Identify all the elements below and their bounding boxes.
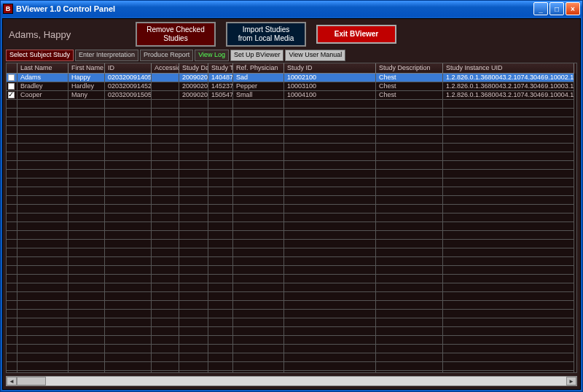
cell-phys: Pepper [233,82,284,91]
scroll-track[interactable] [17,377,566,385]
row-checkbox-cell[interactable] [7,74,17,82]
table-row[interactable] [7,117,576,126]
col-last[interactable]: Last Name [17,63,69,74]
col-check[interactable] [7,63,17,74]
table-row[interactable] [7,240,576,248]
exit-button[interactable]: Exit BViewer [316,25,396,44]
titlebar[interactable]: B BViewer 1.0 Control Panel _ □ × [1,1,582,17]
table-row[interactable] [7,336,576,345]
table-row[interactable] [7,231,576,240]
cell-desc: Chest [376,82,443,91]
cell-desc: Chest [376,74,443,82]
row-checkbox[interactable] [8,83,15,90]
cell-last: Adams [17,74,69,82]
cell-sid: 10004100 [284,91,376,100]
maximize-button[interactable]: □ [549,2,564,15]
table-row[interactable] [7,152,576,161]
tab-enter-interpretation[interactable]: Enter Interpretation [75,50,138,61]
client-area: Adams, Happy Remove Checked Studies Impo… [2,18,581,390]
table-row[interactable] [7,310,576,318]
table-row[interactable]: CooperMany02032009150520090203150547Smal… [7,91,576,100]
table-row[interactable] [7,100,576,109]
cell-acc [152,82,179,91]
grid-header: Last Name First Name ID Accession Study … [7,63,576,74]
horizontal-scrollbar[interactable]: ◄ ► [6,376,577,386]
cell-uid: 1.2.826.0.1.3680043.2.1074.30469.10002.1… [443,74,574,82]
cell-first: Hardley [69,82,105,91]
import-studies-button[interactable]: Import Studies from Local Media [226,22,306,47]
table-row[interactable] [7,144,576,152]
grid-body[interactable]: AdamsHappy02032009140520090203140487Sad1… [7,74,576,372]
col-id[interactable]: ID [105,63,152,74]
table-row[interactable] [7,213,576,222]
table-row[interactable] [7,301,576,310]
table-row[interactable] [7,248,576,257]
cell-date: 20090203 [179,74,208,82]
tab-manual[interactable]: View User Manual [285,50,345,61]
cell-date: 20090203 [179,82,208,91]
tab-row: Select Subject Study Enter Interpretatio… [3,50,580,61]
remove-checked-button[interactable]: Remove Checked Studies [136,22,216,47]
cell-acc [152,91,179,100]
table-row[interactable] [7,196,576,205]
table-row[interactable] [7,327,576,336]
col-desc[interactable]: Study Description [376,63,443,74]
table-row[interactable] [7,222,576,231]
scroll-right-button[interactable]: ► [566,377,576,385]
table-row[interactable] [7,161,576,170]
scroll-left-button[interactable]: ◄ [7,377,17,385]
table-row[interactable] [7,179,576,187]
table-row[interactable] [7,283,576,292]
tab-view-log[interactable]: View Log [195,50,229,61]
table-row[interactable] [7,135,576,144]
row-checkbox[interactable] [8,92,15,98]
col-phys[interactable]: Ref. Physician [233,63,284,74]
top-toolbar: Adams, Happy Remove Checked Studies Impo… [3,19,580,50]
table-row[interactable] [7,257,576,266]
cell-id: 020320091405 [105,74,152,82]
cell-time: 140487 [208,74,233,82]
table-row[interactable] [7,109,576,117]
cell-sid: 10003100 [284,82,376,91]
cell-phys: Sad [233,74,284,82]
close-button[interactable]: × [566,2,580,15]
table-row[interactable] [7,205,576,213]
cell-last: Cooper [17,91,69,100]
row-checkbox-cell[interactable] [7,91,17,100]
table-row[interactable]: AdamsHappy02032009140520090203140487Sad1… [7,74,576,82]
table-row[interactable] [7,371,576,372]
minimize-button[interactable]: _ [533,2,548,15]
col-date[interactable]: Study Date [179,63,208,74]
table-row[interactable]: BradleyHardley02032009145220090203145237… [7,82,576,91]
table-row[interactable] [7,292,576,301]
col-sid[interactable]: Study ID [284,63,376,74]
table-row[interactable] [7,275,576,283]
col-first[interactable]: First Name [69,63,105,74]
row-checkbox[interactable] [8,74,15,81]
cell-uid: 1.2.826.0.1.3680043.2.1074.30469.10003.1… [443,82,574,91]
row-checkbox-cell[interactable] [7,82,17,91]
table-row[interactable] [7,345,576,353]
col-time[interactable]: Study Tim [208,63,233,74]
subject-name: Adams, Happy [9,29,125,40]
cell-time: 150547 [208,91,233,100]
tab-setup[interactable]: Set Up BViewer [230,50,283,61]
table-row[interactable] [7,266,576,275]
cell-date: 20090203 [179,91,208,100]
app-icon: B [3,4,13,14]
table-row[interactable] [7,126,576,135]
tab-produce-report[interactable]: Produce Report [140,50,193,61]
col-uid[interactable]: Study Instance UID [443,63,574,74]
cell-time: 145237 [208,82,233,91]
table-row[interactable] [7,318,576,327]
cell-id: 020320091452 [105,82,152,91]
window-title: BViewer 1.0 Control Panel [16,4,532,13]
tab-select-subject[interactable]: Select Subject Study [6,50,74,61]
table-row[interactable] [7,353,576,362]
table-row[interactable] [7,362,576,371]
table-row[interactable] [7,170,576,179]
scroll-thumb[interactable] [17,377,46,385]
table-row[interactable] [7,187,576,196]
cell-phys: Small [233,91,284,100]
col-acc[interactable]: Accession [152,63,179,74]
